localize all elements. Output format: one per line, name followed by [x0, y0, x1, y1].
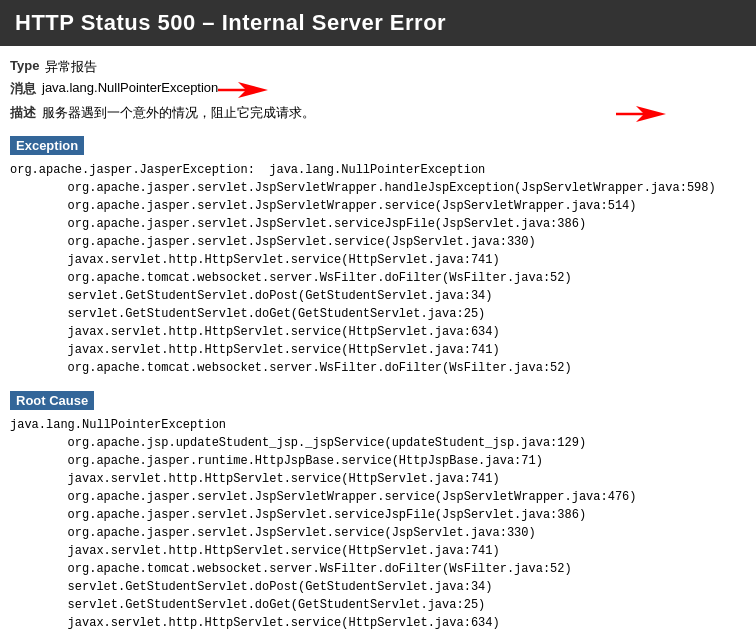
message-label: 消息 [10, 80, 36, 98]
page-title: HTTP Status 500 – Internal Server Error [15, 10, 446, 35]
type-value: 异常报告 [45, 58, 97, 76]
type-row: Type 异常报告 [10, 58, 746, 76]
exception-header-container: Exception [10, 128, 746, 159]
description-label: 描述 [10, 104, 36, 122]
page-container: HTTP Status 500 – Internal Server Error … [0, 0, 756, 633]
arrow-annotation-1 [218, 80, 268, 100]
content-area: Type 异常报告 消息 java.lang.NullPointerExcept… [0, 46, 756, 633]
root-cause-header-container: Root Cause [10, 383, 746, 414]
exception-section-header: Exception [10, 136, 84, 155]
arrow-annotation-2 [616, 104, 666, 124]
message-value: java.lang.NullPointerException [42, 80, 218, 95]
description-row: 描述 服务器遇到一个意外的情况，阻止它完成请求。 [10, 104, 746, 124]
page-header: HTTP Status 500 – Internal Server Error [0, 0, 756, 46]
description-value: 服务器遇到一个意外的情况，阻止它完成请求。 [42, 104, 315, 122]
message-row: 消息 java.lang.NullPointerException [10, 80, 746, 100]
root-cause-section-header: Root Cause [10, 391, 94, 410]
type-label: Type [10, 58, 39, 73]
root-cause-stacktrace: java.lang.NullPointerException org.apach… [10, 416, 746, 633]
exception-stacktrace: org.apache.jasper.JasperException: java.… [10, 161, 746, 377]
